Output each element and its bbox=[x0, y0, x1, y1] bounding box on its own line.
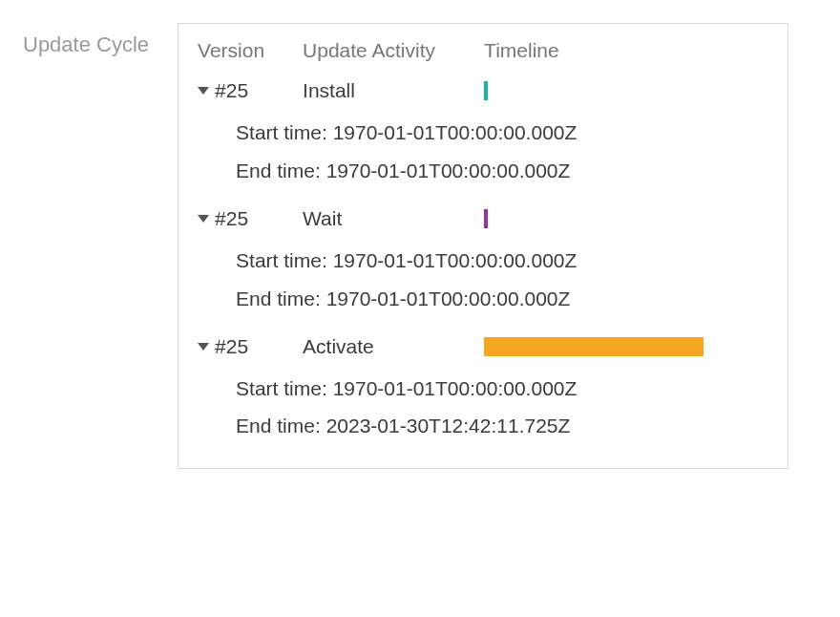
version-label: #25 bbox=[215, 335, 248, 358]
activity-label: Wait bbox=[303, 207, 484, 230]
table-row: #25 Install Start time: 1970-01-01T00:00… bbox=[198, 79, 768, 194]
end-time-value: 1970-01-01T00:00:00.000Z bbox=[326, 160, 571, 181]
row-detail: Start time: 1970-01-01T00:00:00.000Z End… bbox=[198, 358, 768, 450]
version-label: #25 bbox=[215, 79, 248, 102]
end-time-value: 1970-01-01T00:00:00.000Z bbox=[326, 287, 571, 309]
table-row: #25 Activate Start time: 1970-01-01T00:0… bbox=[198, 335, 768, 450]
expand-row-toggle[interactable]: #25 Install bbox=[198, 79, 768, 102]
start-time-label: Start time: bbox=[236, 249, 327, 271]
row-detail: Start time: 1970-01-01T00:00:00.000Z End… bbox=[198, 102, 768, 194]
chevron-down-icon bbox=[198, 215, 209, 223]
update-cycle-panel: Version Update Activity Timeline #25 Ins… bbox=[178, 23, 788, 469]
start-time-value: 1970-01-01T00:00:00.000Z bbox=[333, 121, 578, 143]
activity-label: Install bbox=[303, 79, 484, 102]
column-header-timeline: Timeline bbox=[484, 39, 768, 62]
version-label: #25 bbox=[215, 207, 248, 230]
row-detail: Start time: 1970-01-01T00:00:00.000Z End… bbox=[198, 230, 768, 322]
timeline-bar bbox=[484, 337, 704, 356]
chevron-down-icon bbox=[198, 87, 209, 95]
column-header-version: Version bbox=[198, 39, 303, 62]
chevron-down-icon bbox=[198, 343, 209, 351]
end-time-label: End time: bbox=[236, 287, 321, 309]
timeline-bar bbox=[484, 81, 488, 100]
start-time-value: 1970-01-01T00:00:00.000Z bbox=[333, 249, 578, 271]
start-time-label: Start time: bbox=[236, 377, 327, 399]
table-row: #25 Wait Start time: 1970-01-01T00:00:00… bbox=[198, 207, 768, 322]
end-time-label: End time: bbox=[236, 415, 321, 436]
table-header: Version Update Activity Timeline bbox=[198, 39, 768, 62]
end-time-value: 2023-01-30T12:42:11.725Z bbox=[326, 415, 571, 436]
start-time-label: Start time: bbox=[236, 121, 327, 143]
column-header-activity: Update Activity bbox=[303, 39, 484, 62]
end-time-label: End time: bbox=[236, 160, 321, 181]
expand-row-toggle[interactable]: #25 Activate bbox=[198, 335, 768, 358]
activity-label: Activate bbox=[303, 335, 484, 358]
section-title: Update Cycle bbox=[23, 23, 149, 57]
timeline-bar bbox=[484, 209, 488, 228]
expand-row-toggle[interactable]: #25 Wait bbox=[198, 207, 768, 230]
start-time-value: 1970-01-01T00:00:00.000Z bbox=[333, 377, 578, 399]
